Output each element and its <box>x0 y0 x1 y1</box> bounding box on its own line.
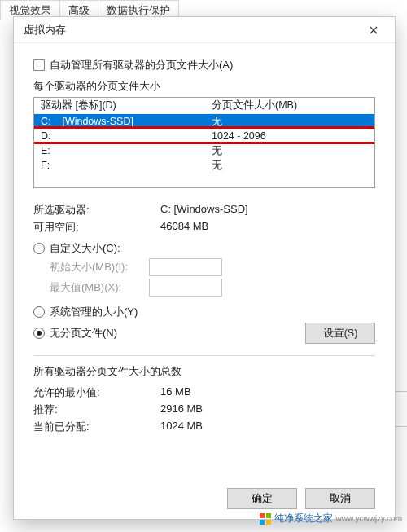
drive-letter: E: <box>41 145 50 156</box>
separator <box>33 355 375 356</box>
drive-size: 无 <box>212 159 368 173</box>
currently-allocated-value: 1024 MB <box>160 420 203 434</box>
drive-letter: F: <box>41 160 50 171</box>
initial-size-label: 初始大小(MB)(I): <box>50 260 149 275</box>
drive-row[interactable]: E: 无 <box>34 143 374 158</box>
drive-size: 1024 - 2096 <box>212 130 368 142</box>
cancel-button[interactable]: 取消 <box>305 488 375 509</box>
header-drive: 驱动器 [卷标](D) <box>41 99 212 112</box>
radio-custom-size[interactable] <box>33 243 45 254</box>
watermark: 纯净系统之家 www.ycwwjzy.com <box>260 512 402 525</box>
svg-rect-1 <box>266 513 271 518</box>
max-size-label: 最大值(MB)(X): <box>50 280 149 295</box>
svg-rect-2 <box>260 520 265 525</box>
drive-row[interactable]: C: [Windows-SSD] 无 <box>34 114 374 129</box>
watermark-host: 纯净系统之家 <box>274 512 333 524</box>
close-button[interactable] <box>357 19 390 42</box>
radio-system-managed-label: 系统管理的大小(Y) <box>50 305 138 319</box>
initial-size-input[interactable] <box>149 258 222 276</box>
svg-rect-0 <box>260 513 265 518</box>
svg-rect-3 <box>266 520 271 525</box>
radio-no-paging-file[interactable] <box>33 328 45 339</box>
drive-row[interactable]: F: 无 <box>34 158 374 173</box>
virtual-memory-dialog: 虚拟内存 自动管理所有驱动器的分页文件大小(A) 每个驱动器的分页文件大小 驱动… <box>13 16 396 520</box>
auto-manage-label: 自动管理所有驱动器的分页文件大小(A) <box>50 58 233 73</box>
ok-button[interactable]: 确定 <box>227 488 297 509</box>
currently-allocated-label: 当前已分配: <box>33 420 160 434</box>
windows-icon <box>260 513 271 525</box>
radio-no-paging-file-label: 无分页文件(N) <box>50 326 117 341</box>
drive-row[interactable]: D: 1024 - 2096 <box>34 129 374 143</box>
selected-drive-label: 所选驱动器: <box>33 203 160 218</box>
drive-size: 无 <box>212 144 368 158</box>
auto-manage-checkbox[interactable] <box>33 59 45 71</box>
min-allowed-label: 允许的最小值: <box>33 385 160 400</box>
recommended-value: 2916 MB <box>160 402 203 417</box>
drive-list-header: 驱动器 [卷标](D) 分页文件大小(MB) <box>34 98 374 114</box>
max-size-input[interactable] <box>149 279 222 297</box>
dialog-titlebar: 虚拟内存 <box>14 17 395 43</box>
drive-letter: D: <box>41 130 51 142</box>
per-drive-section-label: 每个驱动器的分页文件大小 <box>33 79 375 94</box>
header-size: 分页文件大小(MB) <box>212 99 368 112</box>
available-space-value: 46084 MB <box>160 220 208 235</box>
totals-section-label: 所有驱动器分页文件大小的总数 <box>33 364 375 379</box>
min-allowed-value: 16 MB <box>160 385 191 400</box>
radio-custom-size-label: 自定义大小(C): <box>50 241 120 256</box>
set-button[interactable]: 设置(S) <box>305 323 375 344</box>
drive-listbox[interactable]: 驱动器 [卷标](D) 分页文件大小(MB) C: [Windows-SSD] … <box>33 97 375 188</box>
selected-drive-value: C: [Windows-SSD] <box>160 203 248 218</box>
drive-volume: [Windows-SSD] <box>62 116 133 127</box>
available-space-label: 可用空间: <box>33 220 160 235</box>
watermark-url: www.ycwwjzy.com <box>336 514 402 523</box>
dialog-title: 虚拟内存 <box>24 23 357 37</box>
radio-system-managed[interactable] <box>33 306 45 318</box>
recommended-label: 推荐: <box>33 402 160 417</box>
drive-size: 无 <box>212 115 368 129</box>
drive-letter: C: <box>41 116 51 127</box>
close-icon <box>370 26 378 34</box>
